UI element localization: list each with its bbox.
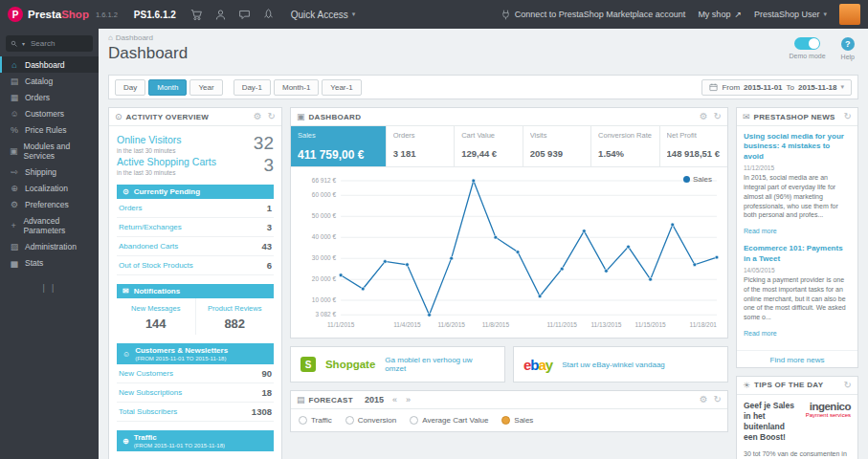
- sidebar-item-orders[interactable]: ▦Orders: [0, 89, 99, 105]
- sidebar-item-advanced-parameters[interactable]: +Advanced Parameters: [0, 212, 99, 238]
- search-input[interactable]: [29, 38, 82, 49]
- range-button-day[interactable]: Day: [115, 79, 145, 96]
- prestashop-logo[interactable]: P PrestaShop 1.6.1.2: [8, 7, 118, 22]
- news-article-title[interactable]: Ecommerce 101: Payments in a Tweet: [744, 244, 851, 264]
- chart-point[interactable]: [627, 245, 631, 249]
- quick-access-menu[interactable]: Quick Access ▾: [291, 10, 356, 20]
- refresh-icon[interactable]: ↻: [844, 381, 852, 390]
- date-range-button[interactable]: From 2015-11-01 To 2015-11-18 ▾: [701, 79, 852, 96]
- kpi-net-profit[interactable]: Net Profit148 918,51 €: [660, 126, 727, 166]
- sidebar-item-customers[interactable]: ☺Customers: [0, 105, 99, 121]
- refresh-icon[interactable]: ↻: [714, 395, 722, 404]
- shopgate-promo-link[interactable]: Ga mobiel en verhoog uw omzet: [385, 356, 495, 373]
- kpi-sales[interactable]: Sales411 759,00 €: [291, 126, 387, 166]
- range-button-day-1[interactable]: Day-1: [234, 79, 271, 96]
- my-shop-link[interactable]: My shop ↗: [698, 10, 742, 19]
- svg-text:11/4/2015: 11/4/2015: [393, 321, 421, 328]
- chart-point[interactable]: [428, 313, 432, 317]
- chart-point[interactable]: [560, 267, 564, 271]
- chart-point[interactable]: [516, 251, 520, 254]
- help-icon[interactable]: ?: [841, 37, 855, 51]
- forecast-option-conversion[interactable]: Conversion: [345, 416, 396, 425]
- chart-point[interactable]: [715, 255, 719, 259]
- chart-point[interactable]: [693, 263, 697, 267]
- sidebar-item-label: Preferences: [25, 200, 69, 209]
- sidebar-item-price-rules[interactable]: %Price Rules: [0, 121, 99, 138]
- chart-point[interactable]: [406, 263, 410, 267]
- stat-link[interactable]: Return/Exchanges: [119, 223, 182, 231]
- refresh-icon[interactable]: ↻: [844, 112, 852, 121]
- next-year-button[interactable]: »: [406, 395, 411, 404]
- rocket-icon[interactable]: [262, 9, 275, 21]
- refresh-icon[interactable]: ↻: [714, 112, 722, 121]
- refresh-icon[interactable]: ↻: [268, 112, 276, 121]
- stat-link[interactable]: Orders: [119, 204, 142, 212]
- shop-name[interactable]: PS1.6.1.2: [134, 10, 176, 20]
- message-icon[interactable]: [238, 9, 251, 21]
- read-more-link[interactable]: Read more: [744, 228, 777, 234]
- stat-link[interactable]: New Subscriptions: [119, 388, 182, 397]
- chart-point[interactable]: [671, 223, 675, 227]
- sidebar-item-localization[interactable]: ⊕Localization: [0, 180, 99, 196]
- stat-link[interactable]: New Customers: [119, 369, 173, 378]
- shopgate-promo[interactable]: S Shopgate Ga mobiel en verhoog uw omzet: [290, 346, 505, 382]
- forecast-option-sales[interactable]: Sales: [501, 416, 533, 425]
- chart-point[interactable]: [582, 230, 586, 233]
- kpi-conversion-rate[interactable]: Conversion Rate1.54%: [591, 126, 659, 166]
- active-carts-label[interactable]: Active Shopping Carts: [117, 156, 216, 167]
- range-button-month-1[interactable]: Month-1: [274, 79, 319, 96]
- range-button-year-1[interactable]: Year-1: [322, 79, 361, 96]
- chart-point[interactable]: [339, 273, 343, 277]
- breadcrumb[interactable]: ⌂ Dashboard: [108, 33, 858, 42]
- ebay-promo[interactable]: ebay Start uw eBay-winkel vandaag: [513, 346, 728, 382]
- chart-legend[interactable]: Sales: [683, 175, 712, 184]
- notification-cell-new-messages[interactable]: New Messages144: [117, 298, 195, 335]
- sidebar-search[interactable]: ▾: [6, 35, 93, 52]
- chart-point[interactable]: [494, 235, 498, 239]
- kpi-cart-value[interactable]: Cart Value129,44 €: [455, 126, 523, 166]
- gear-icon[interactable]: ⚙: [700, 395, 708, 404]
- marketplace-connect-link[interactable]: Connect to PrestaShop Marketplace accoun…: [501, 10, 686, 20]
- activity-overview-panel: ⊙ Activity overview ⚙ ↻ Online Visitors …: [108, 107, 282, 459]
- chart-point[interactable]: [538, 295, 542, 298]
- news-article-title[interactable]: Using social media for your business: 4 …: [744, 132, 851, 162]
- cart-icon[interactable]: [190, 9, 203, 21]
- kpi-visits[interactable]: Visits205 939: [523, 126, 591, 166]
- forecast-option-traffic[interactable]: Traffic: [299, 416, 332, 425]
- sidebar-item-preferences[interactable]: ⚙Preferences: [0, 196, 99, 212]
- stat-link[interactable]: Total Subscribers: [119, 407, 177, 416]
- notification-cell-product-reviews[interactable]: Product Reviews882: [195, 298, 275, 335]
- range-button-year[interactable]: Year: [189, 79, 222, 96]
- avatar[interactable]: [839, 4, 860, 25]
- google-analytics-link[interactable]: ↗ Link to your Google Analytics account: [117, 451, 274, 459]
- prev-year-button[interactable]: «: [392, 395, 397, 404]
- chart-point[interactable]: [605, 269, 609, 273]
- kpi-value: 148 918,51 €: [667, 148, 721, 159]
- sidebar-item-stats[interactable]: ▅Stats: [0, 254, 99, 271]
- sidebar-item-administration[interactable]: ▨Administration: [0, 238, 99, 254]
- find-more-news-link[interactable]: Find more news: [737, 350, 857, 367]
- forecast-option-average-cart-value[interactable]: Average Cart Value: [410, 416, 488, 425]
- kpi-orders[interactable]: Orders3 181: [387, 126, 455, 166]
- range-button-month[interactable]: Month: [148, 79, 187, 96]
- gear-icon[interactable]: ⚙: [254, 112, 262, 121]
- chart-point[interactable]: [383, 260, 387, 264]
- gear-icon[interactable]: ⚙: [700, 112, 708, 121]
- stat-link[interactable]: Out of Stock Products: [119, 261, 193, 270]
- chart-point[interactable]: [472, 179, 476, 183]
- sidebar-item-shipping[interactable]: ⇨Shipping: [0, 164, 99, 180]
- read-more-link[interactable]: Read more: [744, 330, 777, 337]
- customer-icon[interactable]: [214, 9, 227, 21]
- user-menu[interactable]: PrestaShop User ▾: [754, 10, 827, 19]
- chart-point[interactable]: [450, 256, 454, 260]
- sidebar-item-modules-and-services[interactable]: ▣Modules and Services: [0, 138, 99, 164]
- sidebar-item-dashboard[interactable]: ⌂Dashboard: [0, 56, 99, 73]
- demo-mode-toggle[interactable]: [794, 37, 820, 50]
- chart-point[interactable]: [649, 277, 653, 281]
- collapse-sidebar-button[interactable]: ❘❘: [38, 283, 61, 293]
- online-visitors-label[interactable]: Online Visitors: [117, 134, 182, 145]
- stat-link[interactable]: Abandoned Carts: [119, 242, 178, 251]
- sidebar-item-catalog[interactable]: ▤Catalog: [0, 73, 99, 89]
- ebay-promo-link[interactable]: Start uw eBay-winkel vandaag: [562, 361, 665, 369]
- chart-point[interactable]: [361, 287, 365, 291]
